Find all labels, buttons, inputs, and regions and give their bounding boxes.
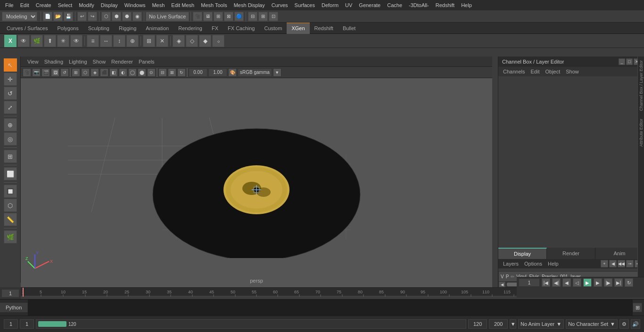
select-tool[interactable]: ↖ [4,58,17,72]
menu-redshift[interactable]: Redshift [432,1,458,9]
menu-mesh[interactable]: Mesh [149,1,168,9]
undo-btn[interactable]: ↩ [77,12,87,21]
cb-maximize-btn[interactable]: □ [626,58,633,65]
play-back-btn[interactable]: ◁ [573,278,581,287]
menu-select[interactable]: Select [55,1,76,9]
vp-menu-panels[interactable]: Panels [136,58,157,65]
tab-xgen[interactable]: XGen [287,23,309,34]
soft-mod-tool[interactable]: ◎ [4,132,17,146]
vp-menu-show[interactable]: Show [90,58,109,65]
layout-btn1[interactable]: ⊟ [248,12,257,21]
vi-ao[interactable]: ⬤ [138,68,146,77]
layer-p-toggle[interactable]: P [506,274,509,279]
tab-rigging[interactable]: Rigging [114,23,141,34]
open-file-btn[interactable]: 📂 [53,12,63,21]
menu-edit-mesh[interactable]: Edit Mesh [168,1,198,9]
menu-cache[interactable]: Cache [384,1,405,9]
vi-shade3[interactable]: ◯ [128,68,137,77]
tab-curves-surfaces[interactable]: Curves / Surfaces [2,23,52,34]
no-character-set-dropdown[interactable]: No Character Set ▼ [566,319,618,329]
menu-modify[interactable]: Modify [75,1,97,9]
tab-redshift[interactable]: Redshift [310,23,338,34]
tab-polygons[interactable]: Polygons [52,23,83,34]
vi-shade1[interactable]: ◧ [109,68,118,77]
frame-start-left[interactable] [1,289,19,298]
gamma-input[interactable]: 1.00 [208,68,227,77]
cb-tab-display[interactable]: Display [498,248,547,259]
audio-icon[interactable]: 🔊 [631,319,640,329]
live-surface-btn[interactable]: No Live Surface [146,12,189,21]
menu-generate[interactable]: Generate [355,1,384,9]
new-file-btn[interactable]: 📄 [43,12,52,21]
rotate-tool[interactable]: ↺ [4,87,17,100]
xgen-btn-grass[interactable]: 🌿 [31,35,43,47]
xgen-btn-misc3[interactable]: ◆ [199,35,211,47]
camera-btn4[interactable]: ⊠ [224,12,233,21]
camera-btn2[interactable]: 🖥 [203,12,213,21]
tab-rendering[interactable]: Rendering [173,23,207,34]
layers-help-menu[interactable]: Help [545,260,561,267]
xgen-btn-eye2[interactable]: 👁 [70,35,83,47]
color-space-display[interactable]: sRGB gamma [238,68,272,77]
prev-key-btn[interactable]: ◀| [552,278,561,287]
mode-select[interactable]: Modeling [2,12,37,21]
xgen-btn-grid[interactable]: ⊞ [143,35,155,47]
python-expand-btn[interactable]: ⊞ [633,303,642,312]
xgen-btn-misc2[interactable]: ◇ [186,35,198,47]
vi-cam2[interactable]: 📷 [32,68,41,77]
channel-box-tab[interactable]: Channel Box / Layer Editor [638,57,644,115]
tab-fx[interactable]: FX [207,23,223,34]
menu-surfaces[interactable]: Surfaces [291,1,318,9]
xgen-btn-x[interactable]: X [4,35,17,47]
xgen-btn-eye[interactable]: 👁 [17,35,30,47]
vi-tex[interactable]: ⬛ [100,68,108,77]
vi-iso[interactable]: ⊟ [158,68,167,77]
render-btn[interactable]: 🔵 [234,12,244,21]
menu-curves[interactable]: Curves [268,1,291,9]
paint-select-btn[interactable]: ⬣ [122,12,132,21]
xgen-btn-horiz[interactable]: ↔ [100,35,112,47]
cb-object-menu[interactable]: Object [542,68,563,75]
menu-create[interactable]: Create [33,1,55,9]
vp-menu-shading[interactable]: Shading [41,58,66,65]
scale-tool[interactable]: ⤢ [4,101,17,114]
next-key-btn[interactable]: |▶ [604,278,612,287]
current-frame-input[interactable] [519,278,540,287]
status-frame-current[interactable] [4,319,18,329]
vi-reset[interactable]: ↻ [177,68,186,77]
go-start-btn[interactable]: |◀ [542,278,550,287]
cb-show-menu[interactable]: Show [563,68,582,75]
vi-cam4[interactable]: 🖼 [51,68,59,77]
camera-btn1[interactable]: 🎥 [193,12,202,21]
tab-custom[interactable]: Custom [260,23,287,34]
vi-colorspace-arrow[interactable]: ▼ [273,68,281,77]
settings-icon[interactable]: ⚙ [619,319,629,329]
python-input[interactable] [28,300,633,316]
attribute-editor-tab[interactable]: Attribute Editor [638,115,644,151]
exposure-input[interactable]: 0.00 [189,68,207,77]
vi-select[interactable]: 🎥 [23,68,31,77]
menu-mesh-tools[interactable]: Mesh Tools [198,1,230,9]
menu-help[interactable]: Help [458,1,475,9]
select-tool-btn[interactable]: ⬡ [101,12,111,21]
layers-options-menu[interactable]: Options [521,260,545,267]
layout-btn2[interactable]: ⊞ [258,12,268,21]
lasso-tool[interactable]: 🔲 [4,185,17,198]
status-anim-end[interactable] [489,319,508,329]
camera-btn3[interactable]: ⊞ [214,12,223,21]
menu-windows[interactable]: Windows [121,1,149,9]
show-manip-tool[interactable]: ⊞ [4,150,17,163]
layer-options-btn[interactable]: ◀ [609,260,617,267]
timeline-ruler-svg[interactable]: 1 5 10 15 20 25 30 35 40 45 50 55 60 65 … [21,288,517,297]
vi-cam3[interactable]: 🎬 [41,68,50,77]
vi-grid2[interactable]: ⊠ [168,68,176,77]
vi-grid[interactable]: ⊞ [72,68,80,77]
menu-3dtoall[interactable]: -3DtoAll- [405,1,432,9]
paint-ops-tool[interactable]: ⬡ [4,199,17,212]
loop-btn[interactable]: ↻ [625,278,633,287]
xgen-leaf-tool[interactable]: 🌿 [4,230,17,243]
vi-smooth[interactable]: ◈ [91,68,99,77]
vi-wireframe[interactable]: ⬡ [81,68,90,77]
xgen-btn-close[interactable]: ✕ [156,35,168,47]
cb-minimize-btn[interactable]: _ [619,58,625,65]
